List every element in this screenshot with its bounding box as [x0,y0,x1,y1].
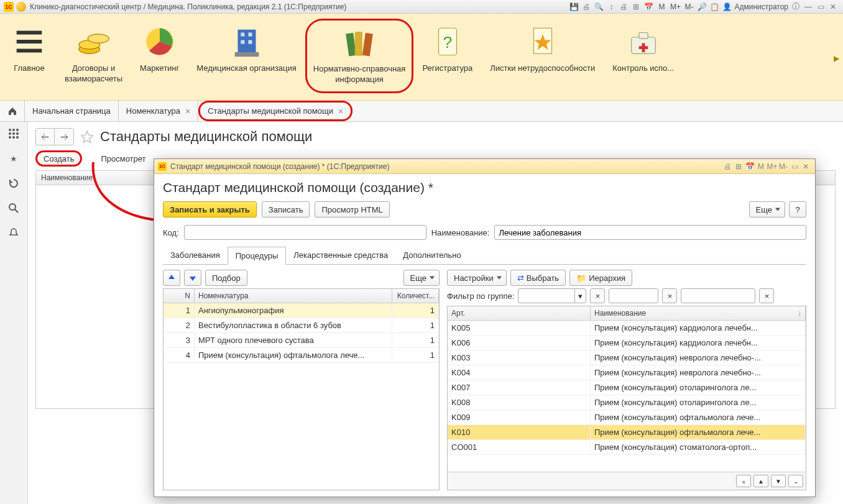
grid-icon[interactable]: ⊞ [630,1,642,12]
bell-icon[interactable] [7,226,21,240]
ribbon-item-contracts[interactable]: Договоры и взаиморасчеты [56,19,131,93]
tab-close-icon[interactable]: × [185,106,190,116]
history-icon[interactable] [7,176,21,190]
star-icon[interactable]: ★ [7,152,21,165]
selection-grid[interactable]: Арт. Наименование↓ K005Прием (консультац… [447,306,806,490]
tab-standards[interactable]: Стандарты медицинской помощи× [198,101,352,121]
nav-icon[interactable]: ↕ [606,1,617,12]
settings-button[interactable]: Настройки [447,270,507,286]
ribbon-item-medorg[interactable]: Медицинская организация [188,19,305,93]
dialog-print-icon[interactable]: 🖨 [722,161,733,172]
minimize-icon[interactable]: — [803,1,814,12]
subtab-diseases[interactable]: Заболевания [163,247,228,265]
home-icon[interactable] [0,101,25,121]
col-art[interactable]: Арт. [448,306,591,320]
apps-icon[interactable] [7,127,21,140]
dialog-grid-icon[interactable]: ⊞ [733,161,744,172]
left-more-button[interactable]: Еще [403,270,440,286]
podbor-button[interactable]: Подбор [205,270,247,286]
filter-clear-3[interactable]: × [759,288,774,303]
table-row[interactable]: CO001Прием (консультация) стоматолога-ор… [448,440,806,455]
save-button[interactable]: Записать [262,201,310,218]
save-icon[interactable]: 💾 [568,1,579,12]
tab-start[interactable]: Начальная страница [25,101,119,121]
mplus-button[interactable]: M+ [670,1,681,12]
filter-combo-1[interactable]: ▾ [518,288,586,303]
help-button[interactable]: ? [789,201,806,218]
name-input[interactable] [494,225,806,240]
calendar-icon[interactable]: 📅 [643,1,654,12]
col-qty[interactable]: Количест... [392,289,439,303]
page-up-button[interactable]: ▲ [753,475,768,487]
filter-clear-2[interactable]: × [662,288,677,303]
filter-clear-1[interactable]: × [590,288,605,303]
dialog-mplus-button[interactable]: M+ [767,161,778,172]
ribbon-label: Нормативно-справочная информация [313,64,406,85]
more-button[interactable]: Еще [749,201,785,218]
search-icon[interactable]: 🔍 [593,1,604,12]
filter-combo-2[interactable] [609,288,658,303]
search-side-icon[interactable] [7,201,21,215]
page-first-button[interactable]: ⌅ [736,475,751,487]
mminus-button[interactable]: M- [683,1,694,12]
page-down-button[interactable]: ▼ [771,475,786,487]
col-n[interactable]: N [164,289,195,303]
table-row[interactable]: 3МРТ одного плечевого сустава1 [164,333,439,348]
ribbon-item-registry[interactable]: ? Регистратура [413,19,481,93]
dialog-mminus-button[interactable]: M- [778,161,789,172]
view-button[interactable]: Просмотрет [85,150,152,167]
ribbon-item-main[interactable]: Главное [2,19,56,93]
procedures-grid[interactable]: N Номенклатура Количест... 1Ангиопульмон… [163,288,440,490]
table-row[interactable]: K006Прием (консультация) кардиолога лече… [448,336,806,351]
tab-close-icon[interactable]: × [338,106,343,116]
dialog-m-button[interactable]: M [755,161,767,172]
col-nom[interactable]: Номенклатура [195,289,392,303]
code-input[interactable] [184,225,426,240]
move-down-button[interactable] [184,270,201,286]
filter-combo-3[interactable] [681,288,755,303]
move-up-button[interactable] [163,270,180,286]
table-row[interactable]: K010Прием (консультация) офтальмолога ле… [448,425,806,440]
table-row[interactable]: K009Прием (консультация) офтальмолога ле… [448,410,806,425]
choose-button[interactable]: ⇄Выбрать [510,270,566,286]
table-row[interactable]: K005Прием (консультация) кардиолога лече… [448,321,806,336]
dialog-maximize-icon[interactable]: ▭ [789,161,800,172]
print-icon[interactable]: 🖨 [581,1,592,12]
create-button[interactable]: Создать [35,150,82,167]
dialog-close-icon[interactable]: ✕ [800,161,811,172]
info-icon[interactable]: ⓘ [790,1,801,12]
ribbon-more-icon[interactable]: ▶ [834,54,839,63]
subtab-procedures[interactable]: Процедуры [228,247,287,265]
close-icon[interactable]: ✕ [827,1,839,12]
table-row[interactable]: K003Прием (консультация) невролога лечеб… [448,351,806,365]
subtab-additional[interactable]: Дополнительно [395,247,469,265]
hierarchy-button[interactable]: 📁Иерархия [569,270,632,286]
tab-nomenclature[interactable]: Номенклатура× [119,101,198,121]
page-last-button[interactable]: ⌄ [788,475,803,487]
subtab-medications[interactable]: Лекарственные средства [286,247,395,265]
nav-back-button[interactable]: 🡠 [36,129,55,145]
zoom-icon[interactable]: 🔎 [696,1,707,12]
nav-forward-button[interactable]: 🡢 [55,129,73,145]
preview-html-button[interactable]: Просмотр HTML [315,201,389,218]
ribbon-label: Листки нетрудоспособности [490,63,595,74]
clipboard-icon[interactable]: 📋 [709,1,720,12]
maximize-icon[interactable]: ▭ [815,1,826,12]
table-row[interactable]: 2Вестибулопластика в области 6 зубов1 [164,318,439,333]
ribbon-item-control[interactable]: Контроль испо... [604,19,683,93]
ribbon-item-marketing[interactable]: Маркетинг [131,19,188,93]
table-row[interactable]: 4Прием (консультация) офтальмолога лече.… [164,348,439,363]
printer2-icon[interactable]: 🖨 [618,1,629,12]
table-row[interactable]: 1Ангиопульмонография1 [164,303,439,318]
ribbon-item-reference[interactable]: Нормативно-справочная информация [305,19,414,93]
table-row[interactable]: K008Прием (консультация) отоларинголога … [448,395,806,410]
col-name[interactable]: Наименование↓ [591,306,806,320]
svg-rect-5 [241,33,244,37]
save-close-button[interactable]: Записать и закрыть [163,201,257,218]
dialog-calendar-icon[interactable]: 📅 [744,161,755,172]
table-row[interactable]: K007Прием (консультация) отоларинголога … [448,380,806,395]
table-row[interactable]: K004Прием (консультация) невролога лечеб… [448,365,806,380]
favorite-star-icon[interactable] [79,129,95,145]
ribbon-item-disability[interactable]: Листки нетрудоспособности [481,19,604,93]
m-button[interactable]: M [656,1,667,12]
